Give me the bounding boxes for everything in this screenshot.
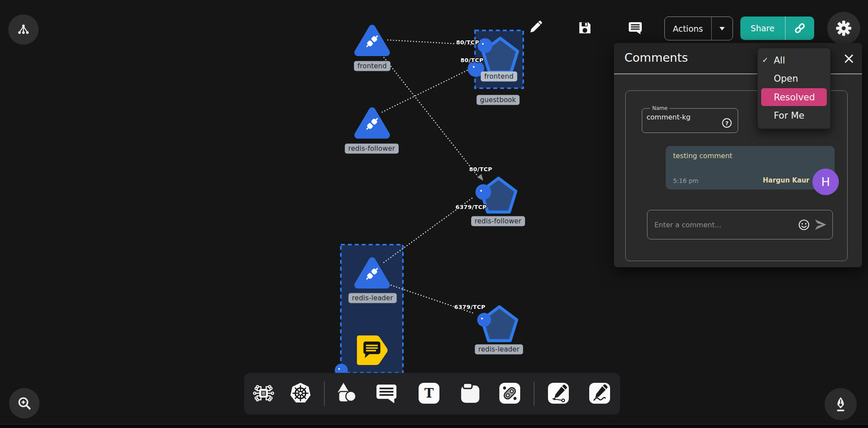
kubernetes-tool[interactable]	[289, 382, 312, 405]
comment-input[interactable]	[653, 220, 794, 229]
panel-title: Comments	[624, 51, 688, 64]
checkmark-icon: ✓	[762, 56, 768, 64]
shapes-icon	[335, 382, 357, 405]
edge-follower-guestbook	[382, 68, 472, 112]
fountain-pen-nib-icon	[833, 396, 848, 412]
comment-input-row	[647, 210, 833, 239]
filter-option-for-me[interactable]: For Me	[758, 106, 830, 125]
name-field-value: comment-kg	[647, 113, 690, 121]
filter-option-all[interactable]: ✓ All	[758, 51, 830, 70]
pencil-icon	[528, 20, 543, 35]
hierarchy-tree-icon	[17, 23, 30, 36]
hierarchy-tree-button[interactable]	[8, 14, 39, 45]
shapes-tool[interactable]	[335, 382, 357, 405]
filter-option-open[interactable]: Open	[758, 70, 830, 88]
text-tool[interactable]: T	[418, 382, 440, 405]
connector-tile	[499, 383, 520, 404]
comment-name-field[interactable]: Name comment-kg ?	[642, 105, 738, 133]
comments-button[interactable]	[626, 18, 645, 37]
frame-tool[interactable]	[459, 382, 482, 405]
comments-filter-menu: ✓ All Open Resolved For Me	[757, 48, 831, 129]
shape-toolbar: T	[244, 373, 620, 415]
emoji-icon[interactable]	[798, 219, 810, 231]
endpoint-dot	[338, 368, 340, 370]
node-label: frontend	[354, 61, 390, 71]
magnifier-plus-icon	[17, 396, 32, 411]
node-label: redis-leader	[349, 293, 397, 303]
group-label: guestbook	[477, 95, 520, 105]
freehand-pencil-icon	[591, 384, 609, 402]
copy-link-button[interactable]	[785, 17, 814, 40]
floppy-disk-icon	[578, 21, 592, 35]
node-label: redis-follower	[345, 144, 399, 154]
connector-tool[interactable]	[498, 382, 521, 405]
freehand-pencil-tile	[589, 383, 610, 404]
speech-bubble-icon	[628, 21, 643, 35]
window-bottom-edge	[0, 424, 868, 428]
edge-label: 80/TCP	[460, 57, 483, 63]
app-window: frontend frontend guestbook redis-follow…	[0, 0, 868, 428]
edge-label: 6379/TCP	[454, 304, 485, 310]
freehand-pencil-tool[interactable]	[588, 382, 611, 405]
toolbar-divider	[534, 382, 535, 406]
edge-pen-icon	[549, 384, 568, 402]
actions-dropdown-toggle[interactable]	[712, 17, 733, 40]
frame-tool-icon	[459, 382, 482, 405]
kubernetes-helm-icon	[289, 382, 312, 405]
zoom-button[interactable]	[9, 388, 40, 418]
edge-label: 80/TCP	[456, 39, 479, 46]
name-field-label: Name	[650, 105, 670, 111]
filter-option-resolved[interactable]: Resolved	[761, 88, 827, 106]
avatar: H	[812, 169, 839, 195]
comment-tool-icon	[375, 382, 398, 404]
comment-author: Hargun Kaur	[763, 176, 809, 184]
edge-label: 80/TCP	[469, 166, 492, 173]
edge-pen-tile	[548, 383, 569, 404]
chain-link-icon	[793, 22, 806, 35]
help-icon[interactable]: ?	[722, 118, 732, 128]
node-label: redis-follower	[471, 216, 525, 226]
node-frontend-workload[interactable]	[358, 28, 386, 53]
node-redis-follower-workload[interactable]	[358, 111, 386, 135]
connector-icon	[501, 384, 519, 402]
toolbar-divider	[324, 382, 325, 406]
close-icon	[844, 53, 854, 64]
settings-button[interactable]	[827, 12, 860, 45]
edge-frontend-followerpod	[380, 53, 478, 176]
node-label: frontend	[481, 72, 517, 82]
node-redis-leader-pod[interactable]	[477, 307, 517, 341]
edit-button[interactable]	[526, 18, 545, 37]
comment-tool[interactable]	[375, 382, 398, 405]
actions-label[interactable]: Actions	[665, 17, 711, 40]
send-icon[interactable]	[814, 219, 826, 230]
comment-item: testing comment 5:16 pm Hargun Kaur	[666, 146, 835, 189]
circuit-chip-tool[interactable]	[252, 382, 275, 405]
share-label[interactable]: Share	[740, 17, 785, 40]
save-button[interactable]	[575, 18, 594, 37]
text-tool-tile: T	[419, 383, 439, 404]
gear-icon	[835, 20, 852, 36]
pen-mode-button[interactable]	[825, 388, 857, 420]
node-label: redis-leader	[475, 345, 523, 355]
circuit-chip-icon	[252, 382, 275, 405]
edge-pen-tool[interactable]	[547, 382, 570, 405]
comment-text: testing comment	[673, 152, 733, 160]
text-tool-icon: T	[424, 387, 434, 400]
edge-label: 6379/TCP	[455, 204, 487, 210]
comment-time: 5:16 pm	[673, 177, 698, 184]
close-panel-button[interactable]	[843, 53, 855, 65]
chevron-down-icon	[719, 27, 725, 30]
share-split-button[interactable]: Share	[740, 17, 814, 40]
actions-split-button[interactable]: Actions	[664, 17, 733, 40]
